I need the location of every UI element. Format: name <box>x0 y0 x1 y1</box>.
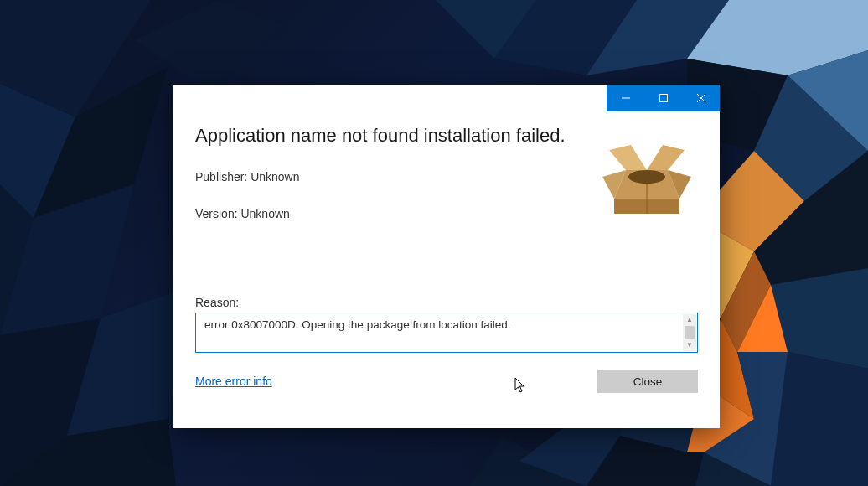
more-error-info-link[interactable]: More error info <box>195 375 272 388</box>
scrollbar[interactable]: ▲ ▼ <box>683 314 696 351</box>
installer-dialog: Application name not found installation … <box>173 85 720 428</box>
svg-rect-32 <box>659 95 667 102</box>
scroll-down-icon: ▼ <box>686 339 693 351</box>
reason-textbox[interactable]: error 0x8007000D: Opening the package fr… <box>195 313 698 353</box>
dialog-footer: More error info Close <box>195 370 698 393</box>
reason-label: Reason: <box>195 296 698 309</box>
svg-marker-35 <box>609 145 647 170</box>
close-icon <box>697 94 705 102</box>
svg-point-39 <box>628 170 665 184</box>
maximize-button[interactable] <box>644 85 682 111</box>
close-window-button[interactable] <box>682 85 720 111</box>
close-button[interactable]: Close <box>597 370 698 393</box>
minimize-icon <box>622 94 630 102</box>
maximize-icon <box>659 94 668 102</box>
svg-marker-36 <box>647 145 685 170</box>
scroll-up-icon: ▲ <box>686 314 693 326</box>
svg-marker-24 <box>771 352 868 486</box>
titlebar <box>607 85 720 111</box>
scroll-thumb[interactable] <box>685 326 695 339</box>
minimize-button[interactable] <box>607 85 644 111</box>
dialog-content: Application name not found installation … <box>195 125 698 413</box>
reason-text: error 0x8007000D: Opening the package fr… <box>204 318 510 331</box>
package-icon <box>601 133 693 220</box>
